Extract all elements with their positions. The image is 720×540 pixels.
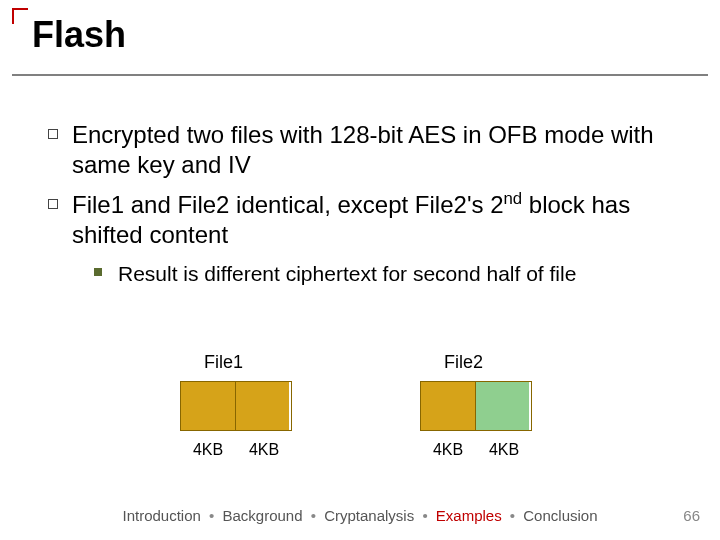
file1-blocks — [180, 381, 292, 431]
bullet-text: File1 and File2 identical, except File2'… — [72, 190, 684, 250]
footer-item-current: Examples — [436, 507, 502, 524]
file1-group: File1 4KB 4KB — [180, 352, 292, 459]
square-bullet-icon — [48, 199, 58, 209]
sub-bullet-text: Result is different ciphertext for secon… — [118, 260, 576, 287]
file2-block2 — [475, 382, 529, 430]
file2-group: File2 4KB 4KB — [420, 352, 532, 459]
bullet-text-part: File1 and File2 identical, except File2'… — [72, 191, 503, 218]
footer-breadcrumb: Introduction • Background • Cryptanalysi… — [0, 507, 720, 524]
file1-block1 — [181, 382, 235, 430]
separator-dot-icon: • — [418, 507, 431, 524]
separator-dot-icon: • — [205, 507, 218, 524]
slide: Flash Encrypted two files with 128-bit A… — [0, 0, 720, 540]
file2-block1 — [421, 382, 475, 430]
square-bullet-icon — [48, 129, 58, 139]
footer-item: Introduction — [123, 507, 201, 524]
square-filled-bullet-icon — [94, 268, 102, 276]
page-number: 66 — [683, 507, 700, 524]
separator-dot-icon: • — [506, 507, 519, 524]
content-area: Encrypted two files with 128-bit AES in … — [48, 120, 684, 287]
file1-size1: 4KB — [180, 441, 236, 459]
separator-dot-icon: • — [307, 507, 320, 524]
file1-label: File1 — [180, 352, 292, 373]
footer-item: Conclusion — [523, 507, 597, 524]
bullet-level1: File1 and File2 identical, except File2'… — [48, 190, 684, 250]
bullet-level2: Result is different ciphertext for secon… — [94, 260, 684, 287]
file2-blocks — [420, 381, 532, 431]
file2-sizes: 4KB 4KB — [420, 441, 532, 459]
title-rule — [12, 74, 708, 76]
footer-item: Background — [223, 507, 303, 524]
file2-label: File2 — [420, 352, 532, 373]
superscript: nd — [503, 189, 522, 208]
corner-accent — [12, 8, 28, 24]
bullet-text: Encrypted two files with 128-bit AES in … — [72, 120, 684, 180]
footer-item: Cryptanalysis — [324, 507, 414, 524]
slide-title: Flash — [32, 14, 126, 56]
file1-size2: 4KB — [236, 441, 292, 459]
file1-sizes: 4KB 4KB — [180, 441, 292, 459]
file2-size2: 4KB — [476, 441, 532, 459]
bullet-level1: Encrypted two files with 128-bit AES in … — [48, 120, 684, 180]
file2-size1: 4KB — [420, 441, 476, 459]
file1-block2 — [235, 382, 289, 430]
